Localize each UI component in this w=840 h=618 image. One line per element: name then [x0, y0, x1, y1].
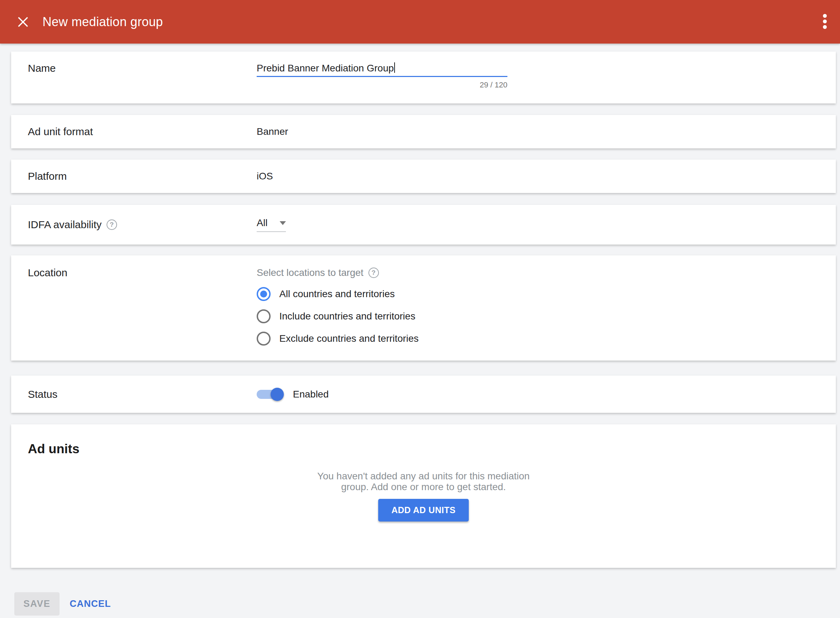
save-button[interactable]: SAVE	[14, 592, 59, 615]
idfa-availability-label-text: IDFA availability	[28, 219, 102, 230]
location-group-label-text: Select locations to target	[257, 267, 364, 279]
page-title: New mediation group	[43, 15, 163, 29]
chevron-down-icon	[280, 221, 286, 225]
ad-units-empty-state: You haven't added any ad units for this …	[11, 471, 836, 521]
status-value: Enabled	[293, 389, 329, 400]
platform-card: Platform iOS	[11, 160, 836, 193]
location-label: Location	[11, 256, 257, 279]
name-label: Name	[11, 52, 257, 74]
close-icon[interactable]	[18, 16, 28, 28]
ad-unit-format-label: Ad unit format	[11, 126, 257, 138]
status-label: Status	[11, 388, 257, 400]
toggle-thumb	[271, 388, 284, 401]
status-card: Status Enabled	[11, 376, 836, 413]
status-toggle[interactable]	[257, 388, 284, 401]
cancel-button[interactable]: CANCEL	[70, 592, 111, 615]
radio-option-include-countries[interactable]: Include countries and territories	[257, 309, 419, 323]
add-ad-units-button[interactable]: ADD AD UNITS	[378, 499, 469, 521]
radio-option-all-countries[interactable]: All countries and territories	[257, 287, 419, 301]
radio-option-label: Exclude countries and territories	[279, 333, 419, 344]
idfa-availability-select[interactable]: All	[257, 217, 286, 232]
name-input-value: Prebid Banner Mediation Group	[257, 63, 394, 73]
empty-message-line2: group. Add one or more to get started.	[11, 481, 836, 492]
ad-units-title: Ad units	[28, 442, 836, 456]
new-mediation-group-page: New mediation group Name Prebid Banner M…	[0, 0, 840, 618]
location-group-label: Select locations to target ?	[257, 267, 419, 279]
location-card: Location Select locations to target ? Al…	[11, 256, 836, 361]
platform-label: Platform	[11, 170, 257, 182]
radio-icon[interactable]	[257, 332, 271, 346]
ad-unit-format-value: Banner	[257, 126, 288, 137]
radio-option-label: All countries and territories	[279, 288, 395, 300]
ad-units-card: Ad units You haven't added any ad units …	[11, 424, 836, 568]
text-caret	[394, 62, 395, 73]
ad-unit-format-card: Ad unit format Banner	[11, 115, 836, 149]
idfa-selected-value: All	[257, 217, 267, 229]
app-bar: New mediation group	[0, 0, 840, 43]
more-options-icon[interactable]	[823, 14, 827, 29]
radio-option-label: Include countries and territories	[279, 311, 416, 322]
empty-message-line1: You haven't added any ad units for this …	[11, 471, 836, 481]
platform-value: iOS	[257, 171, 273, 182]
radio-icon[interactable]	[257, 287, 271, 301]
name-input[interactable]: Prebid Banner Mediation Group	[257, 61, 508, 77]
help-icon[interactable]: ?	[107, 220, 117, 230]
char-counter: 29 / 120	[257, 80, 508, 89]
idfa-availability-card: IDFA availability ? All	[11, 205, 836, 245]
radio-icon[interactable]	[257, 309, 271, 323]
help-icon[interactable]: ?	[368, 267, 379, 278]
name-card: Name Prebid Banner Mediation Group 29 / …	[11, 52, 836, 104]
idfa-availability-label: IDFA availability ?	[11, 219, 257, 230]
radio-option-exclude-countries[interactable]: Exclude countries and territories	[257, 332, 419, 346]
